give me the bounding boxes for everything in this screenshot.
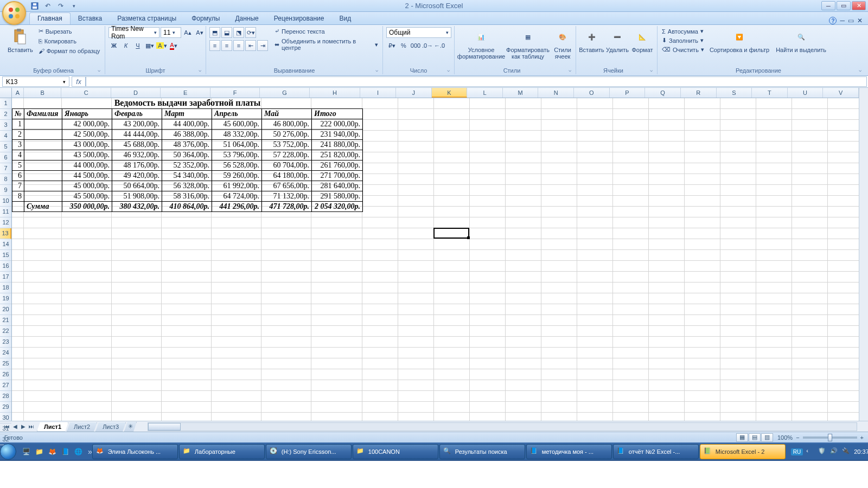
row-header[interactable]: 3 [0,120,11,131]
formula-input[interactable] [86,76,867,87]
format-cell-button[interactable]: 📐Формат [631,27,654,54]
tray-icon[interactable]: 🛡️ [818,447,827,456]
format-table-button[interactable]: ▦Форматировать как таблицу [507,27,549,61]
taskbar-item[interactable]: 📁Лабораторные [179,444,265,459]
sheet-last-icon[interactable]: ⏭ [28,423,35,429]
sheet-next-icon[interactable]: ▶ [20,423,27,429]
align-right-icon[interactable]: ≡ [233,40,244,51]
tray-icon[interactable]: 🔊 [830,447,839,456]
fill-color-button[interactable]: A▾ [156,40,167,51]
taskbar-item[interactable]: 💽(H:) Sony Ericsson... [266,444,352,459]
tab-pagelayout[interactable]: Разметка страницы [110,13,184,24]
italic-button[interactable]: К [120,40,131,51]
language-indicator[interactable]: RU [791,448,803,455]
font-color-button[interactable]: A▾ [168,40,179,51]
row-header[interactable]: 5 [0,142,11,152]
align-top-icon[interactable]: ⬒ [209,27,220,38]
minimize-button[interactable]: ─ [821,1,835,10]
ribbon-restore-icon[interactable]: ▭ [848,17,854,24]
row-header[interactable]: 25 [0,358,11,369]
font-size-combo[interactable]: 11▾ [161,27,181,38]
page-layout-view-icon[interactable]: ▤ [749,433,761,442]
column-header[interactable]: B [24,88,62,98]
comma-icon[interactable]: 000 [410,40,421,51]
office-button[interactable] [2,1,26,25]
indent-increase-icon[interactable]: ⇥ [257,40,268,51]
column-header[interactable]: M [503,88,539,98]
ql-icon[interactable]: 🦊 [47,446,58,457]
zoom-slider[interactable] [803,436,857,439]
row-header[interactable]: 17 [0,272,11,282]
ql-icon[interactable]: 🖥️ [21,446,31,457]
row-header[interactable]: 18 [0,282,11,293]
column-header[interactable]: G [260,88,309,98]
taskbar-item[interactable]: 🦊Элина Лысоконь ... [92,444,178,459]
name-box[interactable]: K13▾ [2,76,69,87]
column-header[interactable]: T [752,88,788,98]
column-header[interactable]: A [12,88,24,98]
sheet-tab[interactable]: Лист2 [67,422,97,432]
row-header[interactable]: 14 [0,239,11,250]
row-header[interactable]: 26 [0,369,11,380]
percent-icon[interactable]: % [398,40,409,51]
page-break-view-icon[interactable]: ▥ [761,433,773,442]
clock[interactable]: 20:37 [854,448,868,455]
tray-icon[interactable]: 🔌 [842,447,851,456]
column-header[interactable]: V [823,88,859,98]
horizontal-scrollbar[interactable] [148,422,857,431]
row-header[interactable]: 20 [0,304,11,315]
tab-view[interactable]: Вид [331,13,359,24]
row-header[interactable]: 29 [0,402,11,413]
qat-dropdown-icon[interactable]: ▾ [69,2,78,10]
row-header[interactable]: 24 [0,348,11,358]
delete-cell-button[interactable]: ➖Удалить [606,27,629,54]
row-header[interactable]: 7 [0,163,11,174]
scrollbar-thumb[interactable] [148,423,181,431]
bold-button[interactable]: Ж [108,40,119,51]
indent-decrease-icon[interactable]: ⇤ [245,40,256,51]
zoom-thumb[interactable] [828,434,832,441]
worksheet-grid[interactable]: ABCDEFGHIJKLMNOPQRSTUV 12345678910111213… [0,88,868,421]
shrink-font-icon[interactable]: A▾ [194,27,205,38]
column-header[interactable]: S [717,88,752,98]
align-left-icon[interactable]: ≡ [209,40,220,51]
zoom-out-icon[interactable]: − [796,434,799,441]
column-header[interactable]: Q [645,88,681,98]
row-header[interactable]: 23 [0,337,11,348]
ql-icon[interactable]: 📘 [60,446,71,457]
normal-view-icon[interactable]: ▦ [736,433,748,442]
close-button[interactable]: ✕ [852,1,866,10]
merge-button[interactable]: ⬌Объединить и поместить в центре ▾ [273,37,379,52]
redo-icon[interactable]: ↷ [56,2,65,10]
ribbon-minimize-icon[interactable]: ─ [840,17,845,24]
fill-button[interactable]: ⬇Заполнить ▾ [661,36,705,44]
number-format-combo[interactable]: Общий▾ [386,27,451,38]
taskbar-item[interactable]: 📁100CANON [353,444,438,459]
autosum-button[interactable]: ΣАвтосумма ▾ [661,27,705,35]
row-header[interactable]: 2 [0,109,11,120]
row-header[interactable]: 15 [0,250,11,261]
tab-data[interactable]: Данные [227,13,266,24]
row-header[interactable]: 8 [0,174,11,185]
wrap-text-button[interactable]: ⤶Перенос текста [273,27,379,35]
column-header[interactable]: L [467,88,503,98]
column-header[interactable]: I [360,88,396,98]
decrease-decimal-icon[interactable]: ←.0 [434,40,445,51]
row-header[interactable]: 27 [0,380,11,391]
clear-button[interactable]: ⌫Очистить ▾ [661,46,705,54]
format-painter-button[interactable]: 🖌Формат по образцу [37,47,101,55]
column-header[interactable]: U [788,88,824,98]
save-icon[interactable] [30,2,39,10]
cells-area[interactable]: Ведомость выдачи заработной платы№Фамили… [12,98,859,421]
row-header[interactable]: 12 [0,217,11,228]
tab-home[interactable]: Главная [29,12,71,24]
row-header[interactable]: 4 [0,131,11,142]
row-header[interactable]: 31 [0,423,11,434]
maximize-button[interactable]: ▭ [837,1,851,10]
zoom-in-icon[interactable]: + [860,434,864,441]
align-bottom-icon[interactable]: ⬔ [233,27,244,38]
column-header[interactable]: O [574,88,610,98]
row-header[interactable]: 13 [0,228,11,239]
fx-button[interactable]: fx [72,76,86,87]
align-center-icon[interactable]: ≡ [221,40,232,51]
